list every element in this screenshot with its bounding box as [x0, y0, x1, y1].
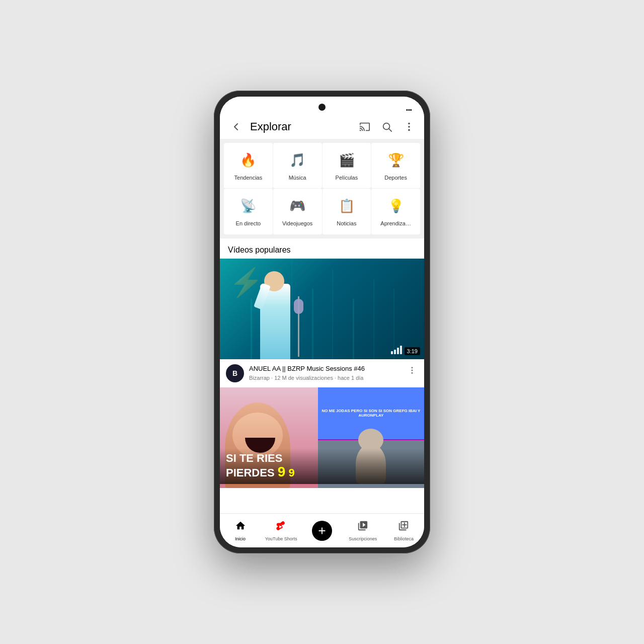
svg-point-3: [408, 126, 410, 128]
svg-point-7: [412, 372, 413, 373]
video-subtitle-1: Bizarrap · 12 M de visualizaciones · hac…: [249, 375, 401, 381]
add-icon: [316, 525, 328, 536]
nav-item-inicio[interactable]: Inicio: [220, 516, 261, 545]
channel-avatar-1: B: [226, 364, 244, 382]
category-item-peliculas[interactable]: 🎬 Películas: [323, 143, 371, 188]
bottom-nav: Inicio ▶ YouTube Shorts: [220, 513, 424, 547]
nav-label-shorts: YouTube Shorts: [265, 536, 297, 541]
back-button[interactable]: [228, 119, 244, 135]
search-button[interactable]: [380, 120, 394, 134]
page-title: Explorar: [250, 120, 352, 133]
home-icon: [235, 520, 246, 534]
nav-item-suscripciones[interactable]: Suscripciones: [343, 516, 383, 545]
signal-bars: [391, 346, 402, 354]
endirecto-label: En directo: [236, 220, 261, 227]
aprendizaje-icon: 💡: [386, 196, 406, 216]
top-bar: Explorar: [220, 115, 424, 139]
video-card-1[interactable]: ⚡ 3:19 B: [220, 259, 424, 387]
deportes-icon: 🏆: [386, 150, 406, 170]
nav-label-inicio: Inicio: [235, 536, 246, 541]
overflow-icon: [404, 121, 415, 132]
video-meta-1: ANUEL AA || BZRP Music Sessions #46 Biza…: [249, 364, 401, 381]
nav-item-biblioteca[interactable]: Biblioteca: [383, 516, 424, 545]
category-grid: 🔥 Tendencias 🎵 Música 🎬 Películas 🏆 Depo…: [220, 139, 424, 238]
video-info-1: B ANUEL AA || BZRP Music Sessions #46 Bi…: [220, 359, 424, 387]
videojuegos-icon: 🎮: [287, 196, 307, 216]
nav-item-shorts[interactable]: ▶ YouTube Shorts: [261, 516, 301, 545]
cast-icon: [359, 121, 370, 132]
phone-shell: ▪▪▪ Explorar: [214, 91, 430, 553]
nav-label-biblioteca: Biblioteca: [394, 536, 414, 541]
lightning-decoration: ⚡: [229, 269, 264, 296]
overlay-line2: PIERDES 9 9: [226, 464, 418, 480]
microphone: [298, 296, 299, 357]
peliculas-label: Películas: [336, 174, 358, 181]
shorts-svg: ▶: [276, 520, 287, 531]
video-title-1: ANUEL AA || BZRP Music Sessions #46: [249, 364, 401, 373]
tendencias-icon: 🔥: [238, 150, 258, 170]
category-item-tendencias[interactable]: 🔥 Tendencias: [224, 143, 273, 188]
nav-label-suscripciones: Suscripciones: [349, 536, 377, 541]
category-item-endirecto[interactable]: 📡 En directo: [224, 189, 273, 234]
svg-point-6: [412, 369, 413, 371]
video-duration-1: 3:19: [405, 347, 420, 355]
musica-label: Música: [289, 174, 306, 181]
collage-thumbnail: NO ME JODAS PERO SI SON SI SON GREFG IBA…: [220, 387, 424, 488]
endirecto-icon: 📡: [238, 196, 258, 216]
add-button[interactable]: [312, 521, 332, 541]
wifi-icon: ▪▪▪: [406, 107, 412, 113]
category-item-noticias[interactable]: 📋 Noticias: [323, 189, 371, 234]
more-icon-1: [408, 366, 417, 375]
category-item-videojuegos[interactable]: 🎮 Videojuegos: [273, 189, 322, 234]
phone-screen: ▪▪▪ Explorar: [220, 97, 424, 547]
tendencias-label: Tendencias: [234, 174, 263, 181]
front-camera: [318, 104, 326, 111]
back-arrow-icon: [231, 122, 241, 132]
video-thumbnail-1: ⚡ 3:19: [220, 259, 424, 359]
top-actions: [358, 120, 416, 134]
noticias-label: Noticias: [337, 220, 356, 227]
videojuegos-label: Videojuegos: [282, 220, 312, 227]
text-overlay: SI TE RIES PIERDES 9 9: [220, 448, 424, 484]
svg-line-1: [389, 129, 391, 131]
peliculas-icon: 🎬: [337, 150, 357, 170]
teal-thumbnail: ⚡ 3:19: [220, 259, 424, 359]
svg-point-2: [408, 123, 410, 125]
video-thumbnail-2: NO ME JODAS PERO SI SON SI SON GREFG IBA…: [220, 387, 424, 488]
svg-point-5: [412, 367, 413, 368]
video-more-button-1[interactable]: [406, 364, 418, 376]
aprendizaje-label: Aprendiza…: [380, 220, 411, 227]
nav-item-add[interactable]: [301, 517, 342, 545]
category-item-musica[interactable]: 🎵 Música: [273, 143, 322, 188]
overlay-line1: SI TE RIES: [226, 452, 418, 464]
cast-button[interactable]: [358, 120, 372, 134]
section-header: Vídeos populares: [220, 238, 424, 259]
shorts-icon: ▶: [276, 520, 287, 534]
noticias-icon: 📋: [337, 196, 357, 216]
overflow-button[interactable]: [402, 120, 416, 134]
status-icons: ▪▪▪: [406, 107, 412, 113]
deportes-label: Deportes: [384, 174, 407, 181]
musica-icon: 🎵: [287, 150, 307, 170]
svg-point-4: [408, 129, 410, 131]
subscriptions-icon: [357, 520, 368, 534]
overlay-number: 9: [288, 466, 294, 479]
category-item-aprendizaje[interactable]: 💡 Aprendiza…: [371, 189, 420, 234]
search-icon: [381, 121, 392, 132]
library-icon: [398, 520, 409, 534]
video-card-2[interactable]: NO ME JODAS PERO SI SON SI SON GREFG IBA…: [220, 387, 424, 488]
category-item-deportes[interactable]: 🏆 Deportes: [371, 143, 420, 188]
content-area[interactable]: 🔥 Tendencias 🎵 Música 🎬 Películas 🏆 Depo…: [220, 139, 424, 513]
